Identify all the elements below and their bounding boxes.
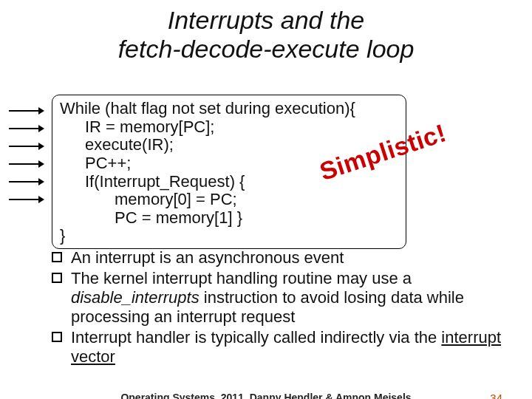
svg-marker-9 (38, 178, 44, 185)
arrow-right-icon (7, 176, 44, 188)
bullet-text: An interrupt is an asynchronous event (71, 248, 344, 267)
arrow-right-icon (7, 194, 44, 205)
slide-title: Interrupts and the fetch-decode-execute … (0, 0, 532, 64)
svg-marker-7 (38, 160, 44, 168)
arrow-right-icon (7, 140, 44, 152)
emphasis: disable_interrupts (71, 288, 200, 307)
bullet-text: The kernel interrupt handling routine ma… (71, 269, 464, 326)
list-item: The kernel interrupt handling routine ma… (52, 269, 525, 327)
code-line: While (halt flag not set during executio… (60, 100, 398, 118)
bullet-text: Interrupt handler is typically called in… (71, 328, 501, 366)
square-bullet-icon (52, 332, 62, 342)
code-line: } (60, 227, 398, 245)
title-line-1: Interrupts and the (168, 6, 365, 34)
list-item: An interrupt is an asynchronous event (52, 248, 525, 267)
svg-marker-3 (38, 125, 44, 132)
code-line: memory[0] = PC; (115, 191, 398, 209)
title-line-2: fetch-decode-execute loop (118, 35, 415, 63)
square-bullet-icon (52, 252, 62, 262)
arrow-right-icon (7, 123, 44, 134)
svg-marker-5 (38, 143, 44, 150)
svg-marker-1 (38, 107, 44, 115)
arrow-right-icon (7, 105, 44, 117)
bullet-list: An interrupt is an asynchronous event Th… (52, 248, 525, 368)
svg-marker-11 (38, 196, 44, 203)
arrow-stack (7, 102, 44, 208)
square-bullet-icon (52, 273, 62, 283)
footer-text: Operating Systems, 2011, Danny Hendler &… (0, 392, 532, 399)
arrow-right-icon (7, 158, 44, 170)
code-line: IR = memory[PC]; (85, 118, 398, 137)
page-number: 34 (490, 392, 502, 399)
list-item: Interrupt handler is typically called in… (52, 328, 525, 366)
code-line: PC = memory[1] } (115, 209, 398, 228)
